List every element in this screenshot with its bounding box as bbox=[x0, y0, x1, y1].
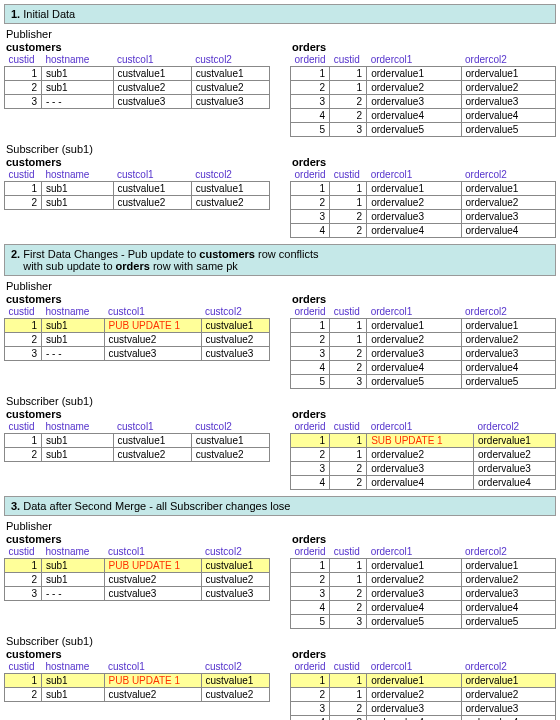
table-row: 2sub1custvalue2custvalue2 bbox=[5, 81, 270, 95]
cell: ordervalue5 bbox=[461, 615, 555, 629]
cell: 1 bbox=[330, 81, 367, 95]
cell: ordervalue2 bbox=[367, 573, 461, 587]
cell: 5 bbox=[291, 123, 330, 137]
cell: ordervalue2 bbox=[367, 448, 474, 462]
cell: custvalue3 bbox=[201, 347, 269, 361]
cell: custvalue3 bbox=[104, 587, 201, 601]
cell: ordervalue5 bbox=[461, 123, 555, 137]
col-header: custcol1 bbox=[104, 660, 201, 674]
cell: ordervalue1 bbox=[367, 182, 461, 196]
cell: ordervalue1 bbox=[461, 67, 555, 81]
cell: 2 bbox=[330, 476, 367, 490]
cell: ordervalue1 bbox=[461, 559, 555, 573]
table-row: 21ordervalue2ordervalue2 bbox=[291, 448, 556, 462]
col-header: ordercol2 bbox=[461, 660, 555, 674]
col-header: orderid bbox=[291, 660, 330, 674]
cell: 3 bbox=[291, 587, 330, 601]
cell: 1 bbox=[5, 674, 42, 688]
table-row: 42ordervalue4ordervalue4 bbox=[291, 601, 556, 615]
col-header: custid bbox=[330, 660, 367, 674]
table-row: 2sub1custvalue2custvalue2 bbox=[5, 573, 270, 587]
col-header: ordercol1 bbox=[367, 660, 461, 674]
cell: ordervalue3 bbox=[461, 587, 555, 601]
cell: 2 bbox=[291, 196, 330, 210]
cell: - - - bbox=[42, 587, 105, 601]
col-header: custcol2 bbox=[191, 420, 269, 434]
table-name: customers bbox=[6, 293, 270, 305]
cell: custvalue1 bbox=[113, 434, 191, 448]
cell: 2 bbox=[5, 333, 42, 347]
cell: 2 bbox=[330, 224, 367, 238]
table-name: orders bbox=[292, 41, 556, 53]
table-name: orders bbox=[292, 533, 556, 545]
cell: ordervalue3 bbox=[461, 95, 555, 109]
cell: custvalue2 bbox=[104, 573, 201, 587]
cell: sub1 bbox=[42, 196, 114, 210]
cell: PUB UPDATE 1 bbox=[104, 674, 201, 688]
cell: ordervalue4 bbox=[473, 476, 555, 490]
table-row: 3- - -custvalue3custvalue3 bbox=[5, 347, 270, 361]
col-header: ordercol2 bbox=[461, 168, 555, 182]
cell: custvalue3 bbox=[113, 95, 191, 109]
table-row: 53ordervalue5ordervalue5 bbox=[291, 123, 556, 137]
cell: sub1 bbox=[42, 434, 114, 448]
col-header: custid bbox=[330, 545, 367, 559]
data-table: orderidcustidordercol1ordercol211orderva… bbox=[290, 545, 556, 629]
cell: custvalue2 bbox=[191, 448, 269, 462]
cell: custvalue2 bbox=[201, 573, 269, 587]
cell: 1 bbox=[291, 319, 330, 333]
col-header: ordercol2 bbox=[461, 545, 555, 559]
cell: 2 bbox=[330, 601, 367, 615]
cell: ordervalue4 bbox=[367, 109, 461, 123]
table-row: 42ordervalue4ordervalue4 bbox=[291, 224, 556, 238]
col-header: hostname bbox=[42, 168, 114, 182]
table-row: 1sub1custvalue1custvalue1 bbox=[5, 182, 270, 196]
table-row: 32ordervalue3ordervalue3 bbox=[291, 210, 556, 224]
cell: ordervalue2 bbox=[367, 196, 461, 210]
cell: 1 bbox=[330, 573, 367, 587]
cell: ordervalue3 bbox=[367, 210, 461, 224]
col-header: custid bbox=[5, 305, 42, 319]
cell: 1 bbox=[330, 434, 367, 448]
table-row: 11ordervalue1ordervalue1 bbox=[291, 182, 556, 196]
col-header: custid bbox=[330, 53, 367, 67]
col-header: custid bbox=[330, 168, 367, 182]
data-table: custidhostnamecustcol1custcol21sub1PUB U… bbox=[4, 545, 270, 601]
cell: 2 bbox=[5, 448, 42, 462]
cell: 2 bbox=[5, 196, 42, 210]
cell: 2 bbox=[330, 95, 367, 109]
cell: 3 bbox=[330, 375, 367, 389]
table-row: 53ordervalue5ordervalue5 bbox=[291, 615, 556, 629]
table-row: 32ordervalue3ordervalue3 bbox=[291, 95, 556, 109]
table-row: 11ordervalue1ordervalue1 bbox=[291, 67, 556, 81]
data-table: orderidcustidordercol1ordercol211orderva… bbox=[290, 660, 556, 720]
table-row: 2sub1custvalue2custvalue2 bbox=[5, 196, 270, 210]
col-header: hostname bbox=[42, 420, 114, 434]
section-header: 2. First Data Changes - Pub update to cu… bbox=[4, 244, 556, 276]
col-header: orderid bbox=[291, 53, 330, 67]
cell: ordervalue3 bbox=[461, 347, 555, 361]
table-name: orders bbox=[292, 408, 556, 420]
cell: 1 bbox=[5, 182, 42, 196]
cell: custvalue2 bbox=[104, 688, 201, 702]
cell: 2 bbox=[5, 573, 42, 587]
role-label: Publisher bbox=[6, 280, 556, 292]
cell: custvalue1 bbox=[191, 67, 269, 81]
cell: 3 bbox=[5, 95, 42, 109]
cell: ordervalue2 bbox=[367, 333, 461, 347]
table-name: customers bbox=[6, 648, 270, 660]
cell: 2 bbox=[291, 81, 330, 95]
cell: ordervalue1 bbox=[367, 319, 461, 333]
cell: sub1 bbox=[42, 182, 114, 196]
col-header: ordercol1 bbox=[367, 53, 461, 67]
cell: ordervalue2 bbox=[461, 688, 555, 702]
cell: 2 bbox=[330, 587, 367, 601]
table-row: 1sub1PUB UPDATE 1custvalue1 bbox=[5, 319, 270, 333]
cell: ordervalue2 bbox=[461, 333, 555, 347]
col-header: custid bbox=[5, 545, 42, 559]
cell: ordervalue1 bbox=[461, 319, 555, 333]
cell: custvalue1 bbox=[201, 674, 269, 688]
cell: ordervalue4 bbox=[367, 476, 474, 490]
cell: ordervalue4 bbox=[461, 716, 555, 721]
table-row: 11ordervalue1ordervalue1 bbox=[291, 674, 556, 688]
